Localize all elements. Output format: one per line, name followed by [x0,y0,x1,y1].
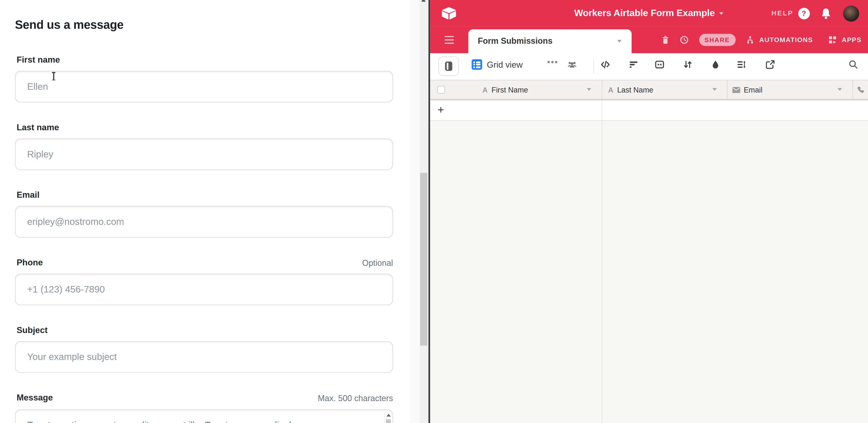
group-icon[interactable] [655,60,664,69]
message-maxlength-hint: Max. 500 characters [318,393,393,403]
airtable-tabbar: Form Submissions SHARE AUTOMATIONS APPS [430,27,868,53]
textarea-scrollbar-thumb[interactable] [386,419,391,423]
message-textarea[interactable]: Tenetur optio quaerat expedita vero et i… [15,410,393,423]
page-title: Send us a message [15,18,124,32]
scroll-up-arrow-icon[interactable] [386,414,391,417]
contact-form-page: Send us a message First name Last name E… [0,0,410,423]
last-name-input[interactable] [15,139,393,170]
tab-form-submissions[interactable]: Form Submissions [468,29,631,53]
automations-icon[interactable] [745,27,754,53]
apps-button[interactable]: APPS [842,27,862,53]
add-row[interactable]: + [430,100,868,121]
grid-header-row: A First Name A Last Name Email [430,80,868,100]
last-name-label: Last name [17,122,59,132]
column-divider[interactable] [852,80,852,99]
view-toolbar: Grid view ••• [430,53,868,80]
page-scrollbar[interactable] [419,0,428,423]
column-caret-icon[interactable] [587,88,591,91]
view-more-menu[interactable]: ••• [547,57,558,66]
column-caret-icon[interactable] [837,88,842,91]
left-window-gutter [410,0,428,423]
first-name-label: First name [17,55,60,65]
message-label: Message [17,393,53,402]
text-field-icon: A [483,86,488,94]
text-cursor-icon [51,72,56,80]
share-view-icon[interactable] [766,60,775,69]
text-field-icon: A [608,86,613,94]
scrollbar-up-arrow-icon[interactable] [421,0,426,2]
frozen-column-divider[interactable] [601,100,602,423]
phone-label: Phone [17,258,43,267]
phone-optional-hint: Optional [362,258,393,268]
apps-icon[interactable] [828,27,837,53]
subject-input[interactable] [15,341,393,373]
toggle-view-sidebar-button[interactable] [438,57,459,76]
table-caret-icon [617,40,622,42]
grid-view-icon [471,59,482,70]
filter-icon[interactable] [628,60,638,69]
sort-icon[interactable] [683,60,692,69]
email-field-icon [732,87,740,93]
active-table-name: Form Submissions [478,36,553,46]
history-icon[interactable] [679,27,689,53]
share-button[interactable]: SHARE [699,34,736,46]
email-label: Email [17,190,39,200]
airtable-window: Workers Airtable Form Example HELP ? For… [430,0,868,423]
column-header-last-name[interactable]: A Last Name [608,80,653,99]
column-divider[interactable] [727,80,727,99]
airtable-topbar: Workers Airtable Form Example HELP ? [430,0,868,27]
add-row-plus-icon[interactable]: + [438,103,444,116]
message-text: Tenetur optio quaerat expedita vero et i… [27,419,376,423]
select-all-checkbox[interactable] [437,86,445,94]
trash-icon[interactable] [661,27,670,53]
help-menu[interactable]: HELP [771,0,794,27]
hide-fields-icon[interactable] [600,60,610,69]
notifications-bell-icon[interactable] [820,8,831,20]
column-header-phone[interactable]: Phone [856,80,868,99]
base-title-caret-icon [719,12,723,15]
first-name-input[interactable] [15,71,393,102]
screenshot-root: Send us a message First name Last name E… [0,0,868,423]
automations-button[interactable]: AUTOMATIONS [759,27,813,53]
sidebar-menu-icon[interactable] [444,36,454,46]
column-header-email[interactable]: Email [732,80,763,99]
user-avatar[interactable] [843,5,859,22]
column-caret-icon[interactable] [712,88,716,91]
subject-label: Subject [17,325,48,335]
base-title[interactable]: Workers Airtable Form Example [574,8,715,19]
search-icon[interactable] [848,60,858,69]
color-icon[interactable] [710,60,720,69]
phone-field-icon [856,86,864,94]
window-divider [428,0,430,423]
page-scrollbar-thumb[interactable] [420,173,427,346]
column-divider[interactable] [601,80,602,99]
column-header-first-name[interactable]: A First Name [483,80,528,99]
phone-input[interactable] [15,274,393,305]
textarea-scrollbar[interactable] [384,411,392,423]
email-input[interactable] [15,206,393,238]
view-name[interactable]: Grid view [487,60,523,70]
row-height-icon[interactable] [737,60,746,69]
toolbar-divider [593,59,594,73]
collaborators-icon[interactable] [567,60,577,69]
panel-icon [445,61,452,71]
